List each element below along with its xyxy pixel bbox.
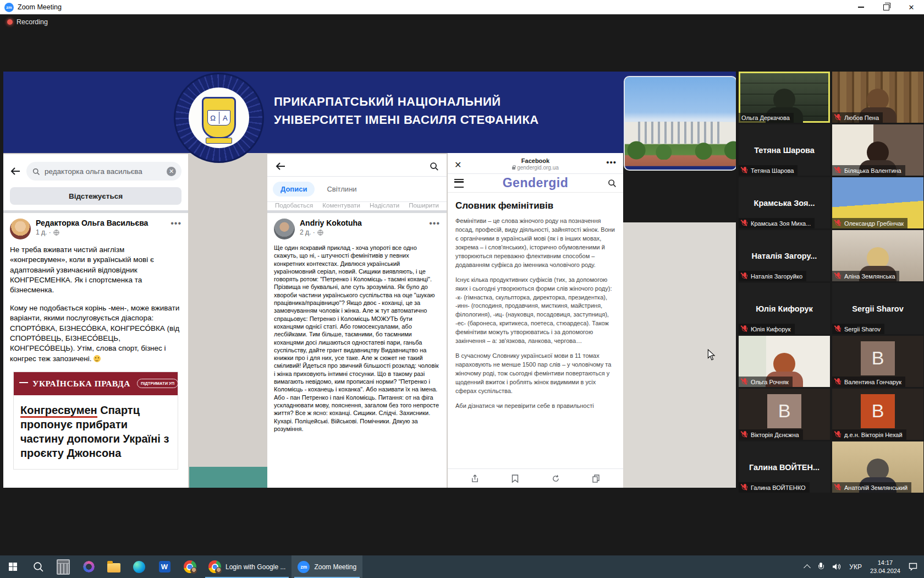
participant-tile[interactable]: Біляцька Валентина [832, 124, 923, 176]
zoom-task-icon [298, 561, 310, 573]
task-zoom-meeting[interactable]: Zoom Meeting [292, 555, 362, 578]
window-title: Zoom Meeting [18, 3, 62, 11]
post-header: Редакторка Ольга Васильєва 1 д. · ••• [3, 213, 188, 242]
participant-tile[interactable]: Ольга Рочняк [739, 336, 830, 387]
search-icon[interactable] [429, 161, 439, 171]
word-icon[interactable] [152, 555, 177, 578]
tray-chevron-icon[interactable] [804, 564, 811, 571]
globe-icon [317, 230, 323, 236]
participant-tile[interactable]: B д.е.н. Вікторія Нехай [832, 389, 923, 440]
browser-source: Facebook [448, 157, 623, 164]
participant-tile[interactable]: Анатолій Землянський [832, 441, 923, 493]
teal-strip [189, 467, 267, 488]
gendergid-logo[interactable]: Gendergid [448, 176, 623, 190]
tab-photos[interactable]: Світлини [319, 182, 364, 197]
lock-icon [512, 167, 515, 170]
participant-tile[interactable]: Крамська Зоя... Крамська Зоя Миха... [739, 177, 830, 228]
participant-name: Крамська Зоя Миха... [751, 220, 811, 227]
post-author[interactable]: Andriy Kokotuha [300, 219, 362, 227]
participant-tile[interactable]: Любов Пена [832, 72, 923, 123]
post-body: Ще один яскравий приклад - хоча упороті … [267, 242, 447, 433]
clock[interactable]: 14:17 23.04.2024 [870, 559, 900, 575]
back-arrow-icon[interactable] [275, 161, 286, 172]
mic-muted-icon [835, 431, 842, 438]
mic-muted-icon [741, 272, 748, 280]
participant-name: Валентина Гончарук [844, 379, 901, 385]
tray-mic-icon[interactable] [818, 563, 824, 571]
participant-tile[interactable]: Sergii Sharov Sergii Sharov [832, 283, 923, 334]
news-card[interactable]: УКРАЇНСЬКА ПРАВДА ПІДТРИМАТИ УП Конгресв… [13, 372, 178, 470]
participant-tile[interactable]: B Валентина Гончарук [832, 336, 923, 387]
logo-open-book-icon: ΩА [207, 110, 230, 126]
browser-url: gendergid.org.ua [448, 165, 623, 171]
post-author[interactable]: Редакторка Ольга Васильєва [36, 219, 148, 227]
participant-tile[interactable]: Ольга Деркачова [739, 72, 830, 123]
action-center-icon[interactable] [909, 563, 917, 571]
microsoft-365-icon[interactable] [76, 555, 101, 578]
edge-icon[interactable] [127, 555, 152, 578]
mic-muted-icon [835, 167, 842, 174]
participant-name: Біляцька Валентина [844, 167, 901, 174]
close-button[interactable]: ✕ [899, 0, 924, 14]
share-icon[interactable] [471, 475, 479, 483]
participant-tile[interactable]: Олександр Гребінчак [832, 177, 923, 228]
refresh-icon[interactable] [552, 475, 560, 483]
participant-name: Юлія Кифорук [751, 326, 791, 332]
task-login-with-google[interactable]: Login with Google ... [202, 555, 292, 578]
post-timestamp: 2 д. · [300, 228, 315, 236]
avatar[interactable] [10, 219, 31, 239]
calculator-icon[interactable] [51, 555, 76, 578]
mic-muted-icon [835, 378, 842, 385]
post-body: Не треба вживати чистий англізм «конгрес… [3, 242, 188, 364]
search-icon [32, 167, 40, 176]
participant-name: Тетяна Шарова [751, 167, 794, 174]
restore-button[interactable] [873, 0, 899, 14]
participant-tile[interactable]: B Вікторія Дєнєжна [739, 389, 830, 440]
shared-screen-slide: ПРИКАРПАТСЬКИЙ НАЦІОНАЛЬНИЙ УНІВЕРСИТЕТ … [3, 72, 736, 488]
chrome-icon[interactable] [177, 555, 202, 578]
participant-tile[interactable]: Галина ВОЙТЕН... Галина ВОЙТЕНКО [739, 441, 830, 493]
tray-speaker-icon[interactable] [832, 563, 841, 570]
post-menu-icon[interactable]: ••• [429, 219, 440, 228]
zoom-meeting-window: Zoom Meeting ✕ Recording ПРИКАРПАТСЬКИЙ … [0, 0, 924, 578]
copy-icon[interactable] [592, 475, 600, 483]
mic-muted-icon [741, 378, 748, 385]
recording-label: Recording [16, 18, 48, 26]
start-button[interactable] [0, 555, 25, 578]
windows-taskbar: Login with Google ... Zoom Meeting УКР 1… [0, 555, 924, 578]
post-menu-icon[interactable]: ••• [170, 219, 182, 228]
clear-search-icon[interactable]: ✕ [167, 167, 176, 176]
participant-name: Вікторія Дєнєжна [751, 432, 799, 438]
search-input[interactable]: редакторка ольга васильєва ✕ [26, 162, 182, 181]
tab-posts[interactable]: Дописи [273, 182, 315, 197]
post-timestamp: 1 д. · [36, 228, 51, 236]
mic-muted-icon [835, 272, 842, 280]
article-heading: Словник фемінітивів [455, 200, 615, 211]
news-headline[interactable]: Конгресвумен Спартц пропонує прибрати ча… [20, 403, 171, 460]
participant-tile[interactable]: Аліна Землянська [832, 230, 923, 281]
taskbar-search-icon[interactable] [25, 555, 51, 578]
participant-tile[interactable]: Наталія Загору... Наталія Загоруйко [739, 230, 830, 281]
avatar[interactable] [274, 219, 295, 239]
participant-name: д.е.н. Вікторія Нехай [844, 432, 903, 438]
following-button[interactable]: Відстежується [10, 187, 182, 205]
university-logo: ΩА [174, 73, 264, 163]
chrome-icon [208, 560, 221, 573]
bookmark-icon[interactable] [512, 475, 519, 483]
browser-toolbar [448, 468, 623, 488]
participant-name: Анатолій Землянський [844, 484, 908, 491]
gendergid-screenshot: ✕ Facebook gendergid.org.ua ••• Gendergi… [447, 153, 623, 488]
mic-muted-icon [741, 167, 748, 174]
post-actions-row[interactable]: Подобається Коментувати Надіслати Пошири… [267, 202, 447, 210]
language-indicator[interactable]: УКР [849, 563, 862, 571]
minimize-button[interactable] [848, 0, 873, 14]
back-arrow-icon[interactable] [10, 166, 21, 177]
support-button[interactable]: ПІДТРИМАТИ УП [137, 379, 178, 388]
wink-emoji-icon: 😉 [94, 355, 101, 362]
participant-tile[interactable]: Юлія Кифорук Юлія Кифорук [739, 283, 830, 334]
file-explorer-icon[interactable] [101, 555, 127, 578]
letter-avatar: B [861, 341, 895, 375]
mic-muted-icon [741, 484, 748, 491]
system-tray: УКР 14:17 23.04.2024 [805, 559, 924, 575]
participant-tile[interactable]: Тетяна Шарова Тетяна Шарова [739, 124, 830, 176]
